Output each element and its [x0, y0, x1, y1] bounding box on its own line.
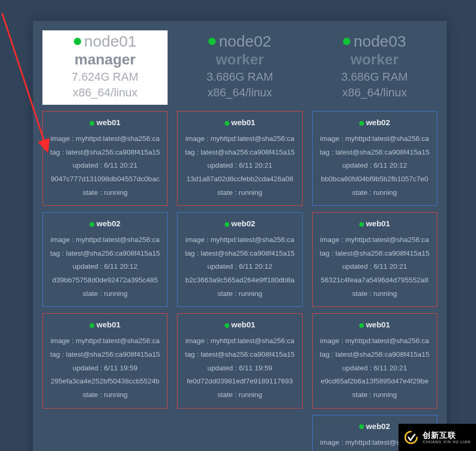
service-updated: updated : 6/11 20:21: [46, 159, 164, 172]
service-state: state : running: [46, 388, 164, 402]
service-hash: 56321c4feaa7a5496d4d795552a8: [316, 273, 434, 287]
node-role: manager: [42, 51, 168, 68]
service-state: state : running: [46, 287, 164, 301]
service-updated: updated : 6/11 20:21: [316, 260, 434, 273]
service-state: state : running: [316, 388, 434, 402]
brand-text-en: CHUANG XIN HU LIAN: [423, 440, 471, 444]
service-title: web01: [181, 320, 298, 329]
service-card[interactable]: web01image : myhttpd:latest@sha256:catag…: [177, 111, 302, 206]
service-hash: 13d1a87a02d8ccfebb2cda426a08: [181, 172, 298, 186]
service-updated: updated : 6/11 20:12: [181, 260, 298, 273]
service-image: image : myhttpd:latest@sha256:ca: [181, 233, 298, 247]
service-image: image : myhttpd:latest@sha256:ca: [316, 132, 434, 146]
service-tag: tag : latest@sha256:ca908f415a15: [46, 146, 164, 159]
service-title: web01: [46, 118, 164, 127]
service-tag: tag : latest@sha256:ca908f415a15: [181, 146, 298, 159]
service-state: state : running: [316, 186, 434, 200]
service-card[interactable]: web01image : myhttpd:latest@sha256:catag…: [312, 313, 437, 408]
service-hash: 295efa3ca4e252bf50438ccb5524b: [46, 375, 164, 388]
service-name: web02: [366, 118, 390, 127]
service-hash: bb0bca60fd04bf9b5b2fb1057c7e0: [316, 172, 434, 186]
service-updated: updated : 6/11 20:12: [316, 159, 434, 172]
service-title: web02: [316, 118, 434, 127]
service-state: state : running: [46, 186, 164, 200]
brand-logo-icon: [404, 430, 418, 445]
service-hash: e9cd65af2b6a13f5895d47e4f29be: [316, 375, 434, 388]
service-image: image : myhttpd:latest@sha256:ca: [181, 132, 298, 146]
service-name: web01: [366, 320, 390, 329]
service-name: web01: [231, 320, 256, 329]
service-image: image : myhttpd:latest@sha256:ca: [46, 334, 164, 348]
service-updated: updated : 6/11 19:59: [181, 361, 298, 375]
service-image: image : myhttpd:latest@sha256:ca: [46, 233, 164, 247]
service-state: state : running: [316, 287, 434, 301]
service-image: image : myhttpd:latest@sha256:ca: [181, 334, 298, 348]
status-dot-icon: [359, 424, 364, 429]
service-title: web01: [181, 118, 298, 127]
service-card[interactable]: web02image : myhttpd:latest@sha256:catag…: [312, 111, 437, 206]
status-dot-icon: [90, 121, 94, 126]
brand-badge: 创新互联 CHUANG XIN HU LIAN: [398, 424, 476, 451]
status-dot-icon: [359, 323, 364, 328]
service-title: web01: [316, 320, 434, 329]
node-header[interactable]: node01manager7.624G RAMx86_64/linux: [42, 30, 168, 105]
service-hash: d39bb75758d0de92472a395c485: [46, 273, 164, 287]
service-card[interactable]: web01image : myhttpd:latest@sha256:catag…: [42, 313, 168, 408]
service-hash: b2c3663a9c565ad264e9ff180db8a: [181, 273, 298, 287]
service-name: web01: [96, 320, 120, 329]
node-column: node02worker3.686G RAMx86_64/linuxweb01i…: [177, 30, 302, 451]
service-tag: tag : latest@sha256:ca908f415a15: [46, 348, 164, 361]
service-image: image : myhttpd:latest@sha256:ca: [316, 334, 434, 348]
service-updated: updated : 6/11 20:21: [316, 361, 434, 375]
node-arch: x86_64/linux: [177, 86, 302, 100]
service-hash: 9047c777d131098db04557dc0bac: [46, 172, 164, 186]
node-name: node01: [84, 32, 137, 50]
node-arch: x86_64/linux: [42, 86, 168, 100]
service-state: state : running: [181, 186, 298, 200]
dashboard-panel: node01manager7.624G RAMx86_64/linuxweb01…: [33, 21, 447, 451]
node-column: node03worker3.686G RAMx86_64/linuxweb02i…: [312, 30, 437, 451]
node-column: node01manager7.624G RAMx86_64/linuxweb01…: [42, 30, 168, 451]
node-role: worker: [312, 51, 437, 68]
node-ram: 3.686G RAM: [312, 70, 437, 84]
service-tag: tag : latest@sha256:ca908f415a15: [181, 348, 298, 361]
status-dot-icon: [208, 38, 216, 45]
node-name: node02: [219, 32, 271, 50]
service-tag: tag : latest@sha256:ca908f415a15: [181, 247, 298, 260]
node-ram: 3.686G RAM: [177, 70, 302, 84]
service-card[interactable]: web01image : myhttpd:latest@sha256:catag…: [177, 313, 302, 408]
service-card[interactable]: web01image : myhttpd:latest@sha256:catag…: [42, 111, 168, 206]
service-card[interactable]: web02image : myhttpd:latest@sha256:catag…: [42, 212, 168, 307]
status-dot-icon: [225, 222, 229, 227]
service-hash: fe0d72dd03981edf7e9189117693: [181, 375, 298, 388]
service-card[interactable]: web02image : myhttpd:latest@sha256:catag…: [177, 212, 302, 307]
status-dot-icon: [225, 121, 229, 126]
node-header[interactable]: node03worker3.686G RAMx86_64/linux: [312, 30, 437, 105]
service-name: web02: [366, 422, 390, 431]
status-dot-icon: [359, 222, 364, 227]
service-updated: updated : 6/11 19:59: [46, 361, 164, 375]
service-card[interactable]: web01image : myhttpd:latest@sha256:catag…: [312, 212, 437, 307]
status-dot-icon: [90, 323, 94, 328]
service-updated: updated : 6/11 20:21: [181, 159, 298, 172]
status-dot-icon: [74, 38, 81, 45]
node-header[interactable]: node02worker3.686G RAMx86_64/linux: [177, 30, 302, 105]
service-tag: tag : latest@sha256:ca908f415a15: [316, 348, 434, 361]
node-role: worker: [177, 51, 302, 68]
service-title: web01: [316, 219, 434, 228]
service-title: web02: [46, 219, 164, 228]
service-image: image : myhttpd:latest@sha256:ca: [46, 132, 164, 146]
service-image: image : myhttpd:latest@sha256:ca: [316, 233, 434, 247]
service-tag: tag : latest@sha256:ca908f415a15: [316, 247, 434, 260]
service-state: state : running: [181, 287, 298, 301]
status-dot-icon: [343, 38, 350, 45]
service-tag: tag : latest@sha256:ca908f415a15: [46, 247, 164, 260]
status-dot-icon: [90, 222, 94, 227]
service-name: web01: [96, 118, 120, 127]
service-title: web01: [46, 320, 164, 329]
service-title: web02: [181, 219, 298, 228]
node-name: node03: [353, 32, 406, 50]
node-arch: x86_64/linux: [312, 86, 437, 100]
service-name: web01: [366, 219, 390, 228]
service-updated: updated : 6/11 20:12: [46, 260, 164, 273]
